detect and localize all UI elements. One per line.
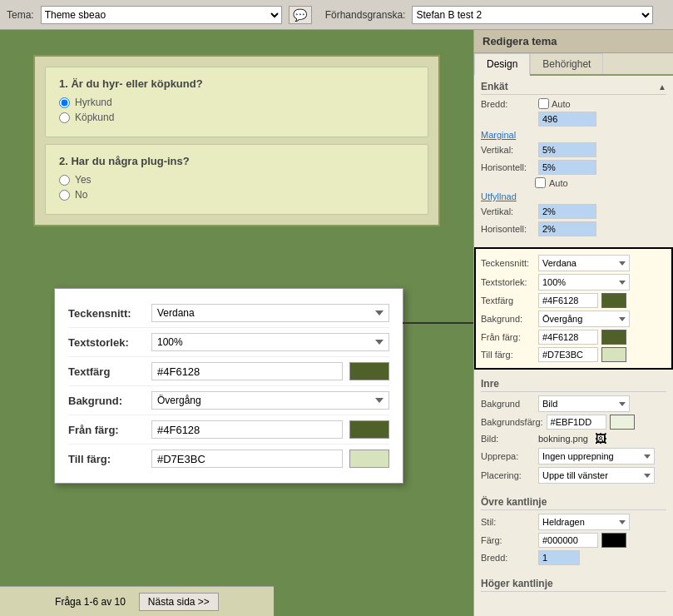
- tooltip-till-farg-input[interactable]: #D7E3BC: [151, 450, 343, 468]
- enkat-label: Enkät: [481, 81, 508, 92]
- tema-label: Tema:: [7, 9, 34, 21]
- ovre-bredd-input[interactable]: 1: [538, 550, 580, 565]
- marginal-vertikal-input[interactable]: 5%: [538, 142, 596, 157]
- label-yes: Yes: [75, 174, 92, 186]
- bredd-row: Bredd: Auto: [481, 98, 666, 109]
- utfyllnad-label[interactable]: Utfyllnad: [481, 191, 535, 201]
- ovre-stil-label: Stil:: [481, 517, 535, 527]
- teckensnitt-select[interactable]: Verdana: [538, 255, 630, 271]
- tooltip-textfarg-swatch[interactable]: [349, 362, 389, 380]
- radio-hyrkund[interactable]: [59, 97, 70, 108]
- label-hyrkund: Hyrkund: [75, 97, 112, 108]
- tooltip-textfarg-label: Textfärg: [68, 365, 151, 378]
- main-layout: 1. Är du hyr- eller köpkund? Hyrkund Köp…: [0, 30, 673, 616]
- ovre-farg-swatch[interactable]: [601, 533, 626, 548]
- radio-no[interactable]: [59, 190, 70, 201]
- utfyllnad-vertikal-input[interactable]: 2%: [538, 204, 596, 219]
- teckensnitt-label: Teckensnitt:: [481, 258, 535, 268]
- tooltip-fran-farg-input[interactable]: #4F6128: [151, 420, 343, 439]
- ovre-stil-select[interactable]: Heldragen: [538, 514, 630, 530]
- tooltip-row-textfarg: Textfärg #4F6128: [68, 357, 389, 386]
- question-1: 1. Är du hyr- eller köpkund? Hyrkund Köp…: [45, 67, 428, 137]
- fran-farg-input[interactable]: #4F6128: [538, 330, 598, 345]
- utfyllnad-horisontell-input[interactable]: 2%: [538, 221, 596, 236]
- hoger-kantlinje-section: Höger kantlinje: [474, 573, 673, 600]
- tooltip-row-till-farg: Till färg: #D7E3BC: [68, 445, 389, 473]
- bakgrund-select[interactable]: Övergång: [538, 310, 630, 327]
- bild-browse-icon[interactable]: 🖼: [595, 432, 606, 445]
- bakgrundsfarg-input[interactable]: #EBF1DD: [547, 415, 606, 430]
- bakgrundsfarg-swatch[interactable]: [610, 415, 635, 430]
- till-farg-swatch[interactable]: [601, 347, 626, 362]
- placering-label: Placering:: [481, 470, 535, 480]
- enkat-collapse-icon[interactable]: ▲: [658, 82, 666, 92]
- utfyllnad-horisontell-label: Horisontell:: [481, 224, 535, 234]
- theme-tabs: Design Behörighet: [474, 53, 673, 76]
- tooltip-fran-farg-swatch[interactable]: [349, 420, 389, 439]
- label-no: No: [75, 189, 87, 201]
- tooltip-row-bakgrund: Bakgrund: Övergång: [68, 386, 389, 415]
- auto-label: Auto: [552, 99, 571, 109]
- ovre-kantlinje-label: Övre kantlinje: [481, 496, 547, 508]
- tooltip-till-farg-swatch[interactable]: [349, 450, 389, 468]
- textstorlek-label: Textstorlek:: [481, 277, 535, 287]
- tab-behorighet[interactable]: Behörighet: [530, 53, 603, 74]
- placering-row: Placering: Uppe till vänster: [481, 467, 666, 484]
- survey-wrapper: 1. Är du hyr- eller köpkund? Hyrkund Köp…: [33, 55, 440, 226]
- tooltip-textfarg-input[interactable]: #4F6128: [151, 362, 343, 380]
- tab-design[interactable]: Design: [474, 53, 530, 76]
- marginal-row: Marginal: [481, 130, 666, 140]
- marginal-horisontell-label: Horisontell:: [481, 162, 535, 172]
- tooltip-fran-farg-label: Från färg:: [68, 424, 151, 436]
- placering-select[interactable]: Uppe till vänster: [538, 467, 655, 484]
- tooltip-bakgrund-select[interactable]: Övergång: [151, 391, 389, 410]
- marginal-horisontell-input[interactable]: 5%: [538, 160, 596, 175]
- auto2-checkbox-row: Auto: [535, 177, 666, 188]
- inre-bakgrund-label: Bakgrund: [481, 399, 535, 409]
- utfyllnad-vertikal-row: Vertikal: 2%: [481, 204, 666, 219]
- preview-select[interactable]: Stefan B test 2: [412, 6, 653, 24]
- auto2-checkbox[interactable]: [535, 177, 546, 188]
- bredd-value-row: 496: [481, 112, 666, 127]
- ovre-farg-row: Färg: #000000: [481, 533, 666, 548]
- bakgrundsfarg-row: Bakgrundsfärg: #EBF1DD: [481, 415, 666, 430]
- tooltip-teckensnitt-select[interactable]: Verdana: [151, 304, 389, 322]
- radio-yes[interactable]: [59, 175, 70, 186]
- inre-header: Inre: [481, 378, 666, 392]
- chat-icon[interactable]: 💬: [289, 6, 312, 24]
- enkat-header: Enkät ▲: [481, 81, 666, 95]
- bredd-input[interactable]: 496: [538, 112, 596, 127]
- hoger-kantlinje-header: Höger kantlinje: [481, 578, 666, 592]
- fran-farg-swatch[interactable]: [601, 330, 626, 345]
- marginal-vertikal-label: Vertikal:: [481, 145, 535, 155]
- label-kopkund: Köpkund: [75, 112, 114, 123]
- ovre-farg-input[interactable]: #000000: [538, 533, 598, 548]
- textfarg-swatch[interactable]: [601, 293, 626, 308]
- tooltip-textstorlek-select[interactable]: 100%: [151, 333, 389, 351]
- inre-bakgrund-select[interactable]: Bild: [538, 395, 630, 412]
- upprepa-select[interactable]: Ingen upprepning: [538, 448, 655, 464]
- upprepa-row: Upprepa: Ingen upprepning: [481, 448, 666, 464]
- bakgrund-row: Bakgrund: Övergång: [481, 310, 666, 327]
- option-no: No: [59, 189, 414, 201]
- theme-select[interactable]: Theme sbeao: [41, 6, 282, 24]
- ovre-stil-row: Stil: Heldragen: [481, 514, 666, 530]
- tooltip-bakgrund-label: Bakgrund:: [68, 395, 151, 407]
- radio-kopkund[interactable]: [59, 112, 70, 123]
- utfyllnad-vertikal-label: Vertikal:: [481, 206, 535, 216]
- option-yes: Yes: [59, 174, 414, 186]
- tooltip-textstorlek-label: Textstorlek:: [68, 336, 151, 349]
- auto-checkbox[interactable]: [538, 98, 549, 109]
- bild-row: Bild: bokning.png 🖼: [481, 432, 666, 445]
- tooltip-teckensnitt-label: Teckensnitt:: [68, 307, 151, 320]
- marginal-label[interactable]: Marginal: [481, 130, 535, 140]
- next-button[interactable]: Nästa sida >>: [139, 593, 219, 611]
- enkat-section: Enkät ▲ Bredd: Auto 496 Marginal Vertika…: [474, 76, 673, 244]
- theme-panel-header: Redigera tema: [474, 30, 673, 53]
- till-farg-input[interactable]: #D7E3BC: [538, 347, 598, 362]
- upprepa-label: Upprepa:: [481, 451, 535, 461]
- bild-value: bokning.png: [538, 434, 588, 444]
- textfarg-input[interactable]: #4F6128: [538, 293, 598, 308]
- textstorlek-select[interactable]: 100%: [538, 274, 630, 291]
- bakgrundsfarg-label: Bakgrundsfärg:: [481, 417, 543, 427]
